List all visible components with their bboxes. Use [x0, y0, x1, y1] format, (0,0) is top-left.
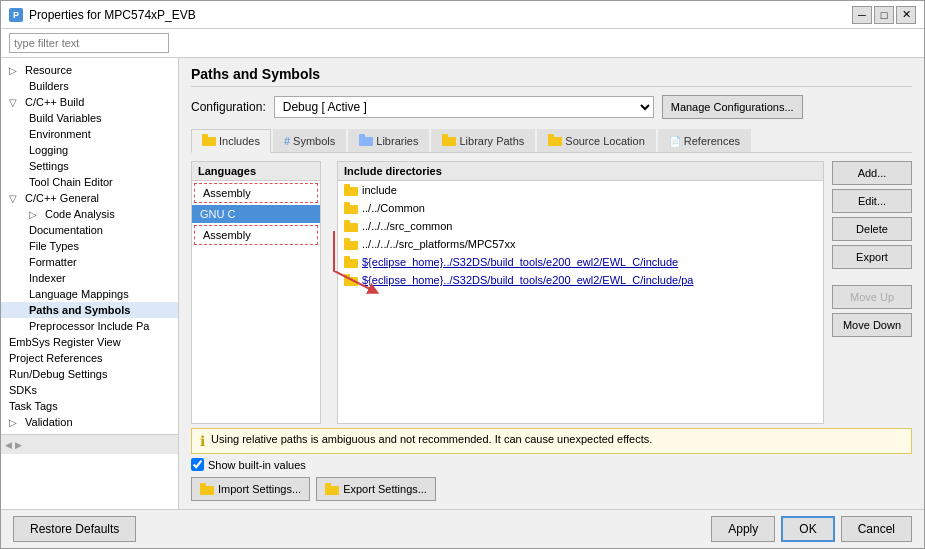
sidebar-item-paths-symbols[interactable]: → Paths and Symbols: [1, 302, 178, 318]
sidebar-item-documentation[interactable]: Documentation: [1, 222, 178, 238]
sidebar-label: Formatter: [29, 256, 77, 268]
tab-includes[interactable]: Includes: [191, 129, 271, 153]
tab-libraries[interactable]: Libraries: [348, 129, 429, 152]
sidebar-item-file-types[interactable]: File Types: [1, 238, 178, 254]
include-item-3[interactable]: ../../../src_common: [338, 217, 823, 235]
tab-references-label: References: [684, 135, 740, 147]
tab-symbols[interactable]: # Symbols: [273, 129, 346, 152]
content-area: Languages Assembly GNU C Assembly: [191, 161, 912, 424]
include-item-6[interactable]: ${eclipse_home}../S32DS/build_tools/e200…: [338, 271, 823, 289]
includes-list: include ../../Common ../../../src_common: [338, 181, 823, 423]
sidebar-item-logging[interactable]: Logging: [1, 142, 178, 158]
sidebar-item-run-debug[interactable]: Run/Debug Settings: [1, 366, 178, 382]
scrollbar[interactable]: ◀ ▶: [1, 434, 178, 454]
info-icon: ℹ: [200, 433, 205, 449]
export-settings-button[interactable]: Export Settings...: [316, 477, 436, 501]
sidebar-item-build-variables[interactable]: Build Variables: [1, 110, 178, 126]
minimize-button[interactable]: ─: [852, 6, 872, 24]
folder-icon: [344, 219, 358, 233]
sidebar-label: C/C++ General: [25, 192, 99, 204]
delete-button[interactable]: Delete: [832, 217, 912, 241]
include-item-1[interactable]: include: [338, 181, 823, 199]
svg-rect-26: [325, 483, 331, 487]
tab-source-location[interactable]: Source Location: [537, 129, 656, 152]
move-up-button[interactable]: Move Up: [832, 285, 912, 309]
sidebar-label: Tool Chain Editor: [29, 176, 113, 188]
tab-references[interactable]: 📄 References: [658, 129, 751, 152]
add-button[interactable]: Add...: [832, 161, 912, 185]
svg-rect-19: [344, 259, 358, 268]
restore-defaults-button[interactable]: Restore Defaults: [13, 516, 136, 542]
export-label: Export Settings...: [343, 483, 427, 495]
svg-rect-17: [344, 241, 358, 250]
tab-libraries-label: Libraries: [376, 135, 418, 147]
export-icon: [325, 483, 339, 495]
library-paths-tab-icon: [442, 134, 456, 148]
svg-rect-15: [344, 223, 358, 232]
maximize-button[interactable]: □: [874, 6, 894, 24]
sidebar-item-toolchain[interactable]: Tool Chain Editor: [1, 174, 178, 190]
sidebar-item-sdks[interactable]: SDKs: [1, 382, 178, 398]
sidebar-item-formatter[interactable]: Formatter: [1, 254, 178, 270]
close-button[interactable]: ✕: [896, 6, 916, 24]
languages-panel: Languages Assembly GNU C Assembly: [191, 161, 321, 424]
sidebar-item-builders[interactable]: Builders: [1, 78, 178, 94]
svg-text:P: P: [13, 10, 19, 20]
sidebar-label: Language Mappings: [29, 288, 129, 300]
cancel-button[interactable]: Cancel: [841, 516, 912, 542]
sidebar-item-task-tags[interactable]: Task Tags: [1, 398, 178, 414]
sidebar-item-ccbuild[interactable]: ▽ C/C++ Build: [1, 94, 178, 110]
include-item-4[interactable]: ../../../../src_platforms/MPC57xx: [338, 235, 823, 253]
svg-rect-25: [325, 486, 339, 495]
sidebar-label: Environment: [29, 128, 91, 140]
includes-tab-icon: [202, 134, 216, 148]
sidebar-item-code-analysis[interactable]: ▷ Code Analysis: [1, 206, 178, 222]
sidebar-label: EmbSys Register View: [9, 336, 121, 348]
sidebar-label: Resource: [25, 64, 72, 76]
svg-rect-22: [344, 274, 350, 278]
edit-button[interactable]: Edit...: [832, 189, 912, 213]
sidebar-label: Project References: [9, 352, 103, 364]
sidebar-label: Settings: [29, 160, 69, 172]
info-message: Using relative paths is ambiguous and no…: [211, 433, 652, 445]
sidebar-item-ccgeneral[interactable]: ▽ C/C++ General: [1, 190, 178, 206]
lang-item-assembly1[interactable]: Assembly: [194, 183, 318, 203]
sidebar-label: Build Variables: [29, 112, 102, 124]
svg-rect-14: [344, 202, 350, 206]
include-path: ${eclipse_home}../S32DS/build_tools/e200…: [362, 256, 678, 268]
sidebar-item-resource[interactable]: ▷ Resource: [1, 62, 178, 78]
manage-configurations-button[interactable]: Manage Configurations...: [662, 95, 803, 119]
tab-includes-label: Includes: [219, 135, 260, 147]
symbols-tab-icon: #: [284, 135, 290, 147]
apply-button[interactable]: Apply: [711, 516, 775, 542]
import-settings-button[interactable]: Import Settings...: [191, 477, 310, 501]
sidebar-item-preprocessor[interactable]: Preprocessor Include Pa: [1, 318, 178, 334]
export-button[interactable]: Export: [832, 245, 912, 269]
lang-item-assembly2[interactable]: Assembly: [194, 225, 318, 245]
folder-icon: [344, 237, 358, 251]
show-builtin-checkbox[interactable]: [191, 458, 204, 471]
include-item-5[interactable]: ${eclipse_home}../S32DS/build_tools/e200…: [338, 253, 823, 271]
include-path: include: [362, 184, 397, 196]
tab-library-paths[interactable]: Library Paths: [431, 129, 535, 152]
config-select[interactable]: Debug [ Active ]: [274, 96, 654, 118]
sidebar-item-project-refs[interactable]: Project References: [1, 350, 178, 366]
main-content: ▷ Resource Builders ▽ C/C++ Build Build …: [1, 58, 924, 509]
sidebar-item-validation[interactable]: ▷ Validation: [1, 414, 178, 430]
svg-rect-4: [359, 137, 373, 146]
include-item-2[interactable]: ../../Common: [338, 199, 823, 217]
move-down-button[interactable]: Move Down: [832, 313, 912, 337]
sidebar-label: Logging: [29, 144, 68, 156]
ok-button[interactable]: OK: [781, 516, 834, 542]
sidebar-item-settings[interactable]: Settings: [1, 158, 178, 174]
svg-rect-5: [359, 134, 365, 138]
sidebar-item-language-mappings[interactable]: Language Mappings: [1, 286, 178, 302]
svg-rect-12: [344, 184, 350, 188]
sidebar-item-environment[interactable]: Environment: [1, 126, 178, 142]
expand-arrow: ▷: [9, 65, 21, 76]
lang-item-gnuc[interactable]: GNU C: [192, 205, 320, 223]
expand-arrow: ▽: [9, 97, 21, 108]
sidebar-item-embsys[interactable]: EmbSys Register View: [1, 334, 178, 350]
sidebar-item-indexer[interactable]: Indexer: [1, 270, 178, 286]
filter-input[interactable]: [9, 33, 169, 53]
